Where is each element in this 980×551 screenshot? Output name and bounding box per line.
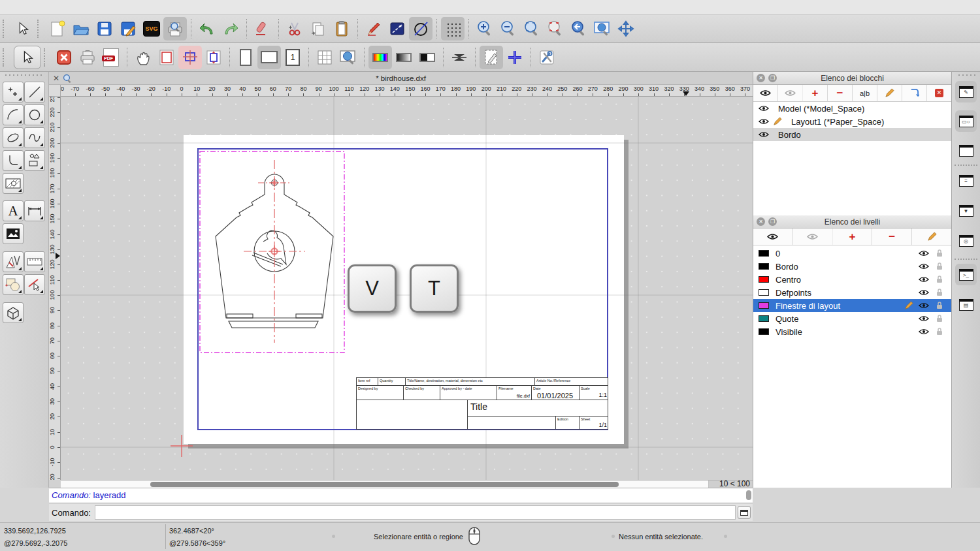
show-all-layers-icon[interactable] — [753, 228, 793, 245]
grid-toggle-icon[interactable] — [441, 17, 465, 40]
measure-tool-icon[interactable] — [24, 251, 45, 272]
eye-icon[interactable] — [919, 328, 936, 335]
attributes-pen-icon[interactable] — [362, 17, 385, 40]
eye-icon[interactable] — [919, 315, 936, 322]
settings-tools-icon[interactable] — [535, 46, 559, 69]
viewport-fit-icon[interactable] — [202, 46, 225, 69]
line-tool-icon[interactable] — [24, 82, 45, 102]
eye-icon[interactable] — [919, 250, 936, 257]
hide-all-blocks-icon[interactable] — [778, 85, 803, 101]
block-row[interactable]: Model (*Model_Space) — [753, 102, 951, 115]
layer-row[interactable]: Centro — [753, 273, 951, 286]
layer-row[interactable]: Defpoints — [753, 286, 951, 299]
block-row[interactable]: Layout1 (*Paper_Space) — [753, 115, 951, 128]
panel-float-icon[interactable]: ❐ — [768, 74, 777, 82]
multi-page-icon[interactable] — [313, 46, 336, 69]
image-tool-icon[interactable] — [3, 223, 24, 244]
eye-icon[interactable] — [759, 105, 773, 112]
modify-tool-icon[interactable] — [3, 274, 24, 295]
arc-tool-icon[interactable] — [3, 104, 24, 125]
shapes-tool-icon[interactable] — [24, 150, 45, 171]
hatch-tool-icon[interactable] — [3, 173, 24, 194]
view-widget-icon[interactable]: ◎ — [955, 230, 977, 251]
remove-layer-icon[interactable]: − — [872, 228, 912, 245]
paste-icon[interactable] — [330, 17, 353, 40]
black-white-icon[interactable] — [416, 46, 439, 69]
pointer-icon[interactable] — [11, 17, 35, 40]
lock-icon[interactable] — [936, 301, 946, 310]
clipboard-widget-icon[interactable]: ▤ — [955, 294, 977, 315]
drawing-canvas[interactable]: Item ref Quantity Title/Name, destinatio… — [61, 97, 753, 480]
list-widget-icon[interactable]: ≡ — [955, 170, 977, 191]
dimension-tool-icon[interactable] — [24, 200, 45, 221]
circle-slash-icon[interactable] — [409, 17, 433, 40]
zoom-auto-icon[interactable] — [520, 17, 544, 40]
lock-icon[interactable] — [936, 262, 946, 271]
cut-icon[interactable] — [283, 17, 306, 40]
zoom-selection-icon[interactable] — [544, 17, 567, 40]
circle-tool-icon[interactable] — [24, 104, 45, 125]
eye-icon[interactable] — [759, 118, 773, 125]
dock-drag-handle[interactable] — [957, 74, 975, 76]
save-as-icon[interactable] — [116, 17, 140, 40]
ellipse-tool-icon[interactable] — [3, 127, 24, 148]
viewport-cross-icon[interactable] — [178, 46, 202, 69]
full-color-icon[interactable] — [368, 46, 392, 69]
line-properties-icon[interactable] — [385, 17, 409, 40]
add-layer-icon[interactable]: + — [833, 228, 873, 245]
eye-icon[interactable] — [919, 289, 936, 296]
panel-float-icon[interactable]: ❐ — [768, 217, 777, 226]
zoom-previous-icon[interactable] — [567, 17, 591, 40]
pdf-export-icon[interactable]: PDF — [99, 46, 123, 69]
lock-icon[interactable] — [936, 275, 946, 284]
page-single-icon[interactable]: 1 — [281, 46, 304, 69]
lock-icon[interactable] — [936, 314, 946, 323]
shapes-widget-icon[interactable]: ▭○ — [955, 110, 977, 132]
svg-export-icon[interactable]: SVG — [140, 17, 163, 40]
command-input[interactable] — [95, 505, 736, 520]
remove-block-icon[interactable]: − — [828, 85, 853, 101]
filter-widget-icon[interactable]: ▼ — [955, 200, 977, 221]
open-file-icon[interactable] — [69, 17, 93, 40]
new-file-icon[interactable] — [46, 17, 69, 40]
insert-block-icon[interactable] — [902, 85, 927, 101]
toolbar-drag-handle[interactable] — [3, 20, 7, 38]
property-editor-widget-icon[interactable]: ✎ — [955, 81, 977, 102]
save-icon[interactable] — [93, 17, 116, 40]
layer-row[interactable]: Finestre di layout — [753, 299, 951, 312]
close-layout-icon[interactable] — [52, 46, 76, 69]
point-tool-icon[interactable] — [3, 82, 24, 102]
history-scrollbar[interactable] — [745, 490, 751, 502]
toolbar-drag-handle[interactable] — [44, 48, 48, 67]
page-portrait-icon[interactable] — [234, 46, 257, 69]
eye-icon[interactable] — [919, 276, 936, 283]
zoom-out-icon[interactable] — [497, 17, 520, 40]
eye-icon[interactable] — [919, 263, 936, 270]
command-line-widget-icon[interactable]: >_ — [955, 264, 977, 285]
panel-close-icon[interactable]: ✕ — [757, 217, 765, 226]
palette-drag-handle[interactable] — [4, 74, 43, 76]
text-tool-icon[interactable]: A — [3, 200, 24, 221]
layer-row[interactable]: Quote — [753, 312, 951, 325]
show-all-blocks-icon[interactable] — [753, 85, 778, 101]
print-icon[interactable] — [76, 46, 99, 69]
layer-row[interactable]: 0 — [753, 247, 951, 260]
scrollbar-thumb[interactable] — [150, 482, 619, 487]
add-block-icon[interactable]: + — [803, 85, 828, 101]
erase-icon[interactable] — [251, 17, 274, 40]
viewport-widget-icon[interactable] — [955, 140, 977, 161]
copy-icon[interactable] — [306, 17, 330, 40]
zoom-window-icon[interactable] — [591, 17, 614, 40]
edit-layer-icon[interactable] — [912, 228, 951, 245]
pan-hand-icon[interactable] — [131, 46, 155, 69]
zoom-in-icon[interactable] — [473, 17, 497, 40]
scrollbar-thumb[interactable] — [746, 490, 751, 500]
toolbar-drag-handle[interactable] — [3, 48, 7, 67]
pointer-tool-button[interactable] — [14, 46, 41, 69]
hourglass-icon[interactable] — [448, 46, 471, 69]
spline-tool-icon[interactable] — [24, 127, 45, 148]
page-landscape-icon[interactable] — [257, 46, 281, 69]
draft-mode-icon[interactable] — [480, 46, 503, 69]
console-toggle-button[interactable] — [738, 506, 751, 519]
rename-block-icon[interactable]: a|b — [853, 85, 877, 101]
